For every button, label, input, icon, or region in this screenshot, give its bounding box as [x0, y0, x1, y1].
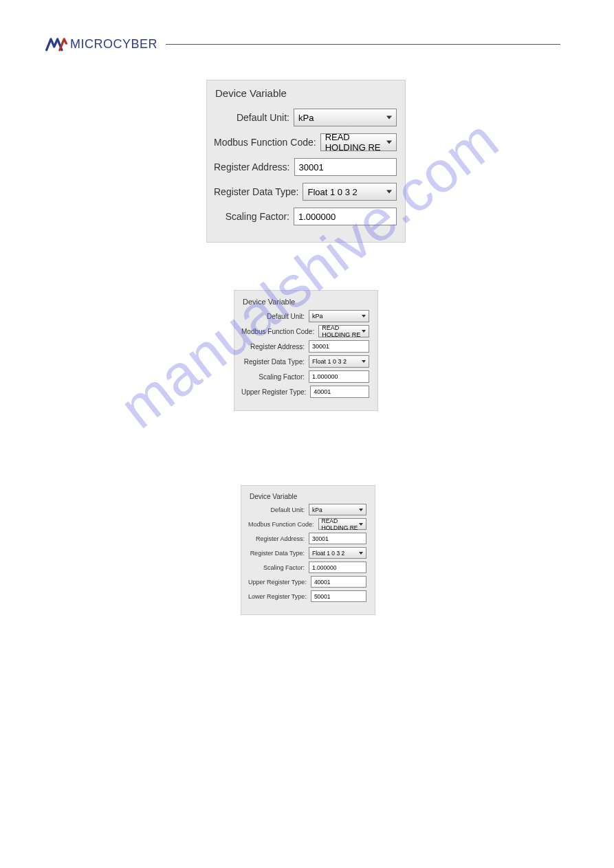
chevron-down-icon	[359, 523, 363, 526]
reg-addr-label: Register Address:	[214, 162, 294, 173]
upper-reg-label: Upper Register Type:	[241, 388, 310, 396]
default-unit-dropdown[interactable]: kPa	[294, 109, 397, 126]
dropdown-value: READ HOLDING RE	[322, 518, 363, 531]
reg-data-type-label: Register Data Type:	[244, 358, 309, 366]
chevron-down-icon	[386, 116, 392, 120]
device-variable-panel-1: Device Variable Default Unit: kPa Modbus…	[206, 80, 406, 243]
chevron-down-icon	[386, 141, 392, 144]
scaling-label: Scaling Factor:	[259, 373, 309, 381]
upper-reg-label: Upper Register Type:	[248, 579, 311, 586]
logo-mark-icon	[45, 36, 67, 52]
reg-addr-label: Register Address:	[256, 535, 309, 542]
reg-data-type-dropdown[interactable]: Float 1 0 3 2	[303, 183, 397, 201]
header-divider	[166, 44, 560, 45]
func-code-label: Modbus Function Code:	[241, 328, 318, 335]
brand-text: MICROCYBER	[70, 37, 157, 52]
func-code-dropdown[interactable]: READ HOLDING RE	[318, 518, 366, 530]
reg-data-type-label: Register Data Type:	[250, 550, 309, 557]
panel-title: Device Variable	[241, 298, 369, 306]
default-unit-label: Default Unit:	[267, 313, 309, 320]
lower-reg-input[interactable]: 50001	[311, 590, 366, 602]
scaling-label: Scaling Factor:	[226, 211, 294, 222]
func-code-dropdown[interactable]: READ HOLDING RE	[320, 133, 397, 151]
input-value: 1.000000	[298, 212, 336, 222]
dropdown-value: Float 1 0 3 2	[312, 358, 347, 365]
reg-addr-label: Register Address:	[250, 343, 309, 350]
reg-addr-input[interactable]: 30001	[309, 533, 366, 544]
func-code-label: Modbus Function Code:	[214, 137, 320, 148]
input-value: 30001	[299, 162, 324, 173]
chevron-down-icon	[362, 360, 366, 363]
func-code-dropdown[interactable]: READ HOLDING RE	[318, 325, 369, 337]
input-value: 50001	[314, 593, 331, 600]
brand-logo: MICROCYBER	[45, 36, 163, 52]
device-variable-panel-3: Device Variable Default Unit: kPa Modbus…	[241, 485, 375, 615]
default-unit-label: Default Unit:	[237, 112, 294, 123]
reg-addr-input[interactable]: 30001	[309, 340, 369, 353]
input-value: 40001	[314, 579, 331, 586]
page-header: MICROCYBER	[45, 36, 560, 52]
input-value: 30001	[312, 343, 329, 350]
panel-title: Device Variable	[248, 493, 366, 500]
scaling-input[interactable]: 1.000000	[294, 208, 397, 225]
chevron-down-icon	[362, 330, 366, 333]
chevron-down-icon	[359, 552, 363, 555]
dropdown-value: READ HOLDING RE	[322, 324, 366, 338]
input-value: 40001	[314, 388, 331, 395]
default-unit-dropdown[interactable]: kPa	[309, 310, 369, 322]
input-value: 1.000000	[312, 564, 336, 571]
device-variable-panel-2: Device Variable Default Unit: kPa Modbus…	[234, 290, 378, 411]
default-unit-label: Default Unit:	[270, 507, 309, 513]
chevron-down-icon	[386, 190, 392, 194]
input-value: 1.000000	[312, 373, 338, 380]
input-value: 30001	[312, 535, 329, 542]
reg-data-type-dropdown[interactable]: Float 1 0 3 2	[309, 355, 369, 368]
dropdown-value: READ HOLDING RE	[325, 132, 392, 153]
scaling-input[interactable]: 1.000000	[309, 370, 369, 383]
dropdown-value: Float 1 0 3 2	[312, 550, 344, 557]
default-unit-dropdown[interactable]: kPa	[309, 504, 366, 515]
reg-data-type-label: Register Data Type:	[214, 186, 303, 197]
dropdown-value: kPa	[312, 313, 323, 320]
upper-reg-input[interactable]: 40001	[310, 386, 369, 398]
scaling-label: Scaling Factor:	[263, 564, 309, 571]
dropdown-value: Float 1 0 3 2	[307, 187, 357, 197]
panel-title: Device Variable	[214, 87, 397, 99]
reg-addr-input[interactable]: 30001	[294, 158, 397, 176]
scaling-input[interactable]: 1.000000	[309, 561, 366, 573]
reg-data-type-dropdown[interactable]: Float 1 0 3 2	[309, 547, 366, 559]
lower-reg-label: Lower Register Type:	[248, 593, 311, 600]
chevron-down-icon	[362, 315, 366, 318]
dropdown-value: kPa	[298, 113, 314, 123]
func-code-label: Modbus Function Code:	[248, 521, 318, 528]
upper-reg-input[interactable]: 40001	[311, 576, 366, 588]
chevron-down-icon	[359, 509, 363, 511]
dropdown-value: kPa	[312, 507, 322, 513]
